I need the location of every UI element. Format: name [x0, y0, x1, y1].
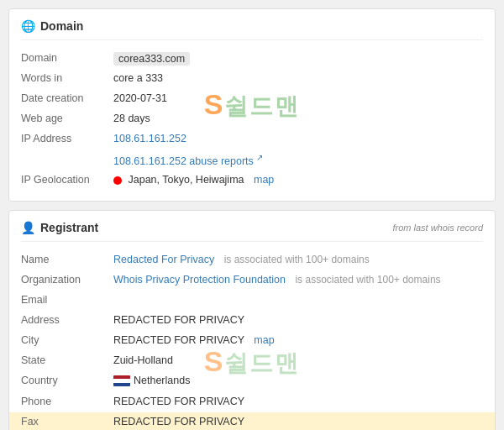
geolocation-map-link[interactable]: map — [254, 174, 274, 186]
date-creation-label: Date creation — [21, 92, 113, 104]
ip-address-label: IP Address — [21, 133, 113, 144]
organization-associated: is associated with 100+ domains — [295, 274, 440, 286]
organization-row: Organization Whois Privacy Protection Fo… — [21, 270, 483, 291]
address-row: Address REDACTED FOR PRIVACY — [21, 311, 483, 331]
city-row: City REDACTED FOR PRIVACY map — [21, 331, 483, 351]
netherlands-flag-icon — [113, 375, 130, 386]
address-label: Address — [21, 314, 113, 326]
country-label: Country — [21, 375, 113, 386]
city-label: City — [21, 334, 113, 346]
red-dot-icon — [113, 176, 122, 185]
name-label: Name — [21, 254, 113, 265]
date-creation-value: 2020-07-31 — [113, 92, 483, 104]
domain-section-title: 🌐 Domain — [21, 19, 483, 40]
web-age-label: Web age — [21, 113, 113, 124]
external-link-icon: ↗ — [256, 153, 263, 162]
email-label: Email — [21, 294, 113, 306]
phone-row: Phone REDACTED FOR PRIVACY — [21, 392, 483, 412]
state-row: State Zuid-Holland — [21, 351, 483, 371]
words-label: Words in — [21, 72, 113, 84]
state-label: State — [21, 354, 113, 366]
domain-row: Domain corea333.com — [21, 49, 483, 69]
domain-value: corea333.com — [113, 52, 190, 66]
country-value: Netherlands — [134, 375, 190, 386]
fax-row: Fax REDACTED FOR PRIVACY — [9, 412, 495, 430]
email-row: Email — [21, 291, 483, 311]
phone-value: REDACTED FOR PRIVACY — [113, 396, 483, 407]
registrant-section: 👤 Registrant from last whois record Name… — [8, 210, 496, 430]
name-link[interactable]: Redacted For Privacy — [113, 254, 214, 265]
abuse-link[interactable]: 108.61.161.252 abuse reports ↗ — [113, 155, 263, 167]
name-associated: is associated with 100+ domains — [224, 254, 370, 265]
geolocation-label: IP Geolocation — [21, 174, 113, 186]
words-value: core a 333 — [113, 72, 483, 84]
person-icon: 👤 — [21, 221, 35, 234]
fax-label: Fax — [21, 416, 113, 427]
organization-label: Organization — [21, 274, 113, 286]
from-last-label: from last whois record — [392, 223, 483, 233]
country-flag-container: Netherlands — [113, 375, 190, 386]
words-row: Words in core a 333 — [21, 69, 483, 89]
country-row: Country Netherlands — [21, 371, 483, 392]
address-value: REDACTED FOR PRIVACY — [113, 314, 483, 326]
fax-value: REDACTED FOR PRIVACY — [113, 416, 483, 427]
web-age-row: Web age 28 days — [21, 109, 483, 129]
city-value: REDACTED FOR PRIVACY — [113, 334, 244, 346]
ip-address-link[interactable]: 108.61.161.252 — [113, 133, 186, 144]
state-value: Zuid-Holland — [113, 354, 483, 366]
geolocation-value: Japan, Tokyo, Heiwajima — [128, 174, 244, 186]
geolocation-row: IP Geolocation Japan, Tokyo, Heiwajima m… — [21, 170, 483, 191]
web-age-value: 28 days — [113, 113, 483, 124]
date-creation-row: Date creation 2020-07-31 — [21, 89, 483, 109]
city-map-link[interactable]: map — [254, 334, 274, 346]
domain-label: Domain — [21, 52, 113, 64]
organization-link[interactable]: Whois Privacy Protection Foundation — [113, 274, 286, 286]
globe-icon: 🌐 — [21, 19, 35, 33]
phone-label: Phone — [21, 396, 113, 407]
name-row: Name Redacted For Privacy is associated … — [21, 250, 483, 270]
abuse-row: 108.61.161.252 abuse reports ↗ — [21, 149, 483, 170]
domain-section: 🌐 Domain Domain corea333.com Words in co… — [8, 8, 496, 202]
ip-address-row: IP Address 108.61.161.252 — [21, 129, 483, 149]
